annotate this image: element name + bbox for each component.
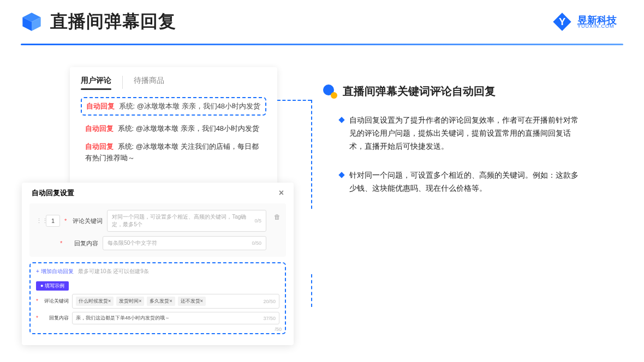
rule-index: 1 bbox=[46, 215, 60, 227]
brand-sub: YUUXIN.COM bbox=[577, 24, 617, 29]
page-header: 直播间弹幕回复 Y 昱新科技 YUUXIN.COM bbox=[0, 0, 644, 34]
reply-line: 自动回复 系统: @冰墩墩本墩 亲亲，我们48小时内发货 bbox=[81, 120, 266, 138]
auto-reply-tag: 自动回复 bbox=[86, 102, 115, 110]
keyword-tag[interactable]: 多久发货× bbox=[147, 297, 175, 306]
bullet-text: 针对同一个问题，可设置多个相近的、高频的关键词。例如：这款多少钱、这块能优惠吗、… bbox=[349, 169, 580, 195]
reply-line: 自动回复 系统: @冰墩墩本墩 关注我们的店铺，每日都有热门推荐呦～ bbox=[81, 138, 266, 167]
keyword-tag[interactable]: 还不发货× bbox=[178, 297, 206, 306]
modal-title: 自动回复设置 bbox=[32, 188, 74, 198]
brand-block: Y 昱新科技 YUUXIN.COM bbox=[551, 11, 617, 33]
keyword-counter: 0/5 bbox=[254, 218, 261, 224]
comments-tabs: 用户评论 待播商品 bbox=[81, 76, 266, 89]
example-panel: + 增加自动回复 最多可建10条 还可以创建9条 ● 填写示例 * 评论关键词 … bbox=[29, 262, 286, 334]
keyword-tag[interactable]: 什么时候发货× bbox=[76, 297, 114, 306]
diamond-icon bbox=[338, 117, 344, 123]
example-content-counter: 37/50 bbox=[263, 316, 276, 321]
tab-pending-goods[interactable]: 待播商品 bbox=[122, 76, 164, 89]
reply-text: 系统: @冰墩墩本墩 亲亲，我们48小时内发货 bbox=[117, 102, 260, 110]
keyword-input[interactable]: 对同一个问题，可设置多个相近、高频的关键词，Tag确定，最多5个 0/5 bbox=[107, 210, 266, 232]
screenshot-preview: 用户评论 待播商品 自动回复 系统: @冰墩墩本墩 亲亲，我们48小时内发货 自… bbox=[22, 67, 295, 329]
section-title: 直播间弹幕关键词评论自动回复 bbox=[343, 84, 496, 99]
highlighted-reply: 自动回复 系统: @冰墩墩本墩 亲亲，我们48小时内发货 bbox=[81, 97, 266, 116]
bubble-icon bbox=[322, 83, 337, 99]
example-keyword-label: 评论关键词 bbox=[41, 298, 69, 305]
example-button[interactable]: ● 填写示例 bbox=[36, 281, 69, 291]
description-column: 直播间弹幕关键词评论自动回复 自动回复设置为了提升作者的评论回复效率，作者可在开… bbox=[322, 67, 622, 329]
example-content-label: 回复内容 bbox=[41, 315, 69, 322]
connector-line bbox=[311, 274, 312, 307]
content-input[interactable]: 每条限50个中文字符 0/50 bbox=[103, 236, 266, 250]
example-content-input[interactable]: 亲，我们这边都是下单48小时内发货的哦～ 37/50 bbox=[72, 312, 279, 324]
connector-line bbox=[311, 100, 312, 209]
delete-icon[interactable]: 🗑 bbox=[274, 213, 281, 221]
header-left: 直播间弹幕回复 bbox=[21, 10, 176, 34]
close-icon[interactable]: × bbox=[279, 188, 284, 198]
keyword-label: 评论关键词 bbox=[71, 217, 103, 225]
auto-reply-settings-modal: 自动回复设置 × 🗑 ⋮⋮ 1 * 评论关键词 对同一个问题，可设置多个相近、高… bbox=[22, 183, 294, 345]
auto-reply-tag: 自动回复 bbox=[85, 142, 114, 150]
add-auto-reply-link[interactable]: + 增加自动回复 bbox=[36, 268, 74, 274]
comments-card: 用户评论 待播商品 自动回复 系统: @冰墩墩本墩 亲亲，我们48小时内发货 自… bbox=[70, 67, 277, 184]
tab-user-comments[interactable]: 用户评论 bbox=[81, 76, 111, 89]
rule-form-block: 🗑 ⋮⋮ 1 * 评论关键词 对同一个问题，可设置多个相近、高频的关键词，Tag… bbox=[29, 203, 286, 257]
add-hint: 最多可建10条 还可以创建9条 bbox=[78, 268, 148, 274]
example-keyword-counter: 20/50 bbox=[263, 299, 276, 304]
brand-logo-icon: Y bbox=[551, 11, 573, 33]
svg-text:Y: Y bbox=[559, 16, 565, 27]
auto-reply-tag: 自动回复 bbox=[85, 124, 114, 132]
cube-icon bbox=[21, 11, 43, 33]
keyword-tag[interactable]: 发货时间× bbox=[116, 297, 144, 306]
bullet-point: 自动回复设置为了提升作者的评论回复效率，作者可在开播前针对常见的评论用户问题，提… bbox=[339, 114, 580, 153]
diamond-icon bbox=[338, 172, 344, 178]
reply-text: 系统: @冰墩墩本墩 亲亲，我们48小时内发货 bbox=[116, 124, 259, 132]
outer-counter: /50 bbox=[275, 327, 282, 332]
example-keyword-input[interactable]: 什么时候发货×发货时间×多久发货×还不发货× 20/50 bbox=[72, 294, 279, 309]
bullet-text: 自动回复设置为了提升作者的评论回复效率，作者可在开播前针对常见的评论用户问题，提… bbox=[349, 114, 580, 153]
content-counter: 0/50 bbox=[252, 240, 261, 246]
bullet-point: 针对同一个问题，可设置多个相近的、高频的关键词。例如：这款多少钱、这块能优惠吗、… bbox=[339, 169, 580, 195]
page-title: 直播间弹幕回复 bbox=[50, 10, 176, 34]
connector-line bbox=[277, 100, 311, 101]
content-label: 回复内容 bbox=[67, 239, 98, 248]
drag-handle-icon[interactable]: ⋮⋮ bbox=[36, 218, 41, 225]
